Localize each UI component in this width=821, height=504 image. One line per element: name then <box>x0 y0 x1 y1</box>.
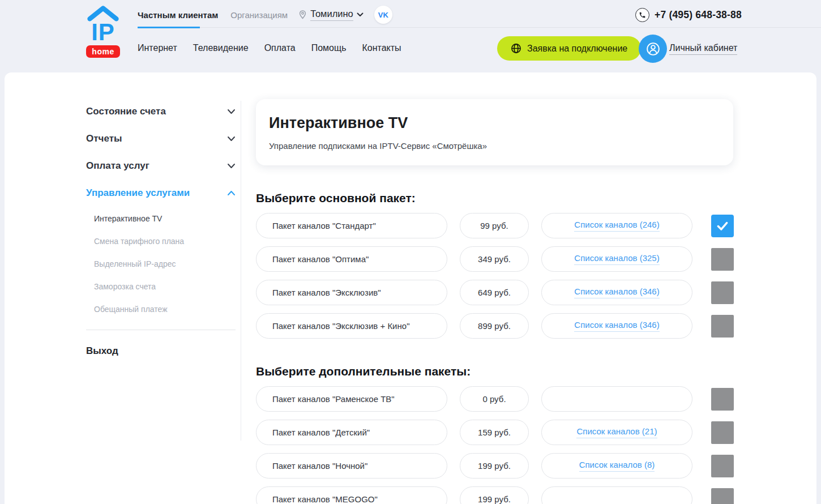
package-price: 649 руб. <box>478 288 511 297</box>
package-checkbox[interactable] <box>711 488 734 504</box>
sidebar-subitem-tariff-change[interactable]: Смена тарифного плана <box>86 237 236 247</box>
chevron-down-icon <box>227 136 236 142</box>
channel-list-box[interactable]: Список каналов (346) <box>541 313 692 339</box>
channel-list-link[interactable]: Список каналов (346) <box>574 287 659 298</box>
package-checkbox[interactable] <box>711 215 734 237</box>
package-checkbox[interactable] <box>711 281 734 304</box>
channel-list-box <box>541 486 692 504</box>
city-name[interactable]: Томилино <box>310 8 353 21</box>
sidebar-subitem-account-freeze[interactable]: Заморозка счета <box>86 282 236 292</box>
chevron-down-icon <box>227 163 236 169</box>
chevron-down-icon <box>357 12 364 17</box>
package-name-box: Пакет каналов "Эксклюзив + Кино" <box>256 313 447 339</box>
personal-account-link[interactable]: Личный кабинет <box>669 43 737 55</box>
phone-icon <box>635 8 649 22</box>
sidebar-item-account-state[interactable]: Состояние счета <box>86 105 236 118</box>
sidebar-item-label: Оплата услуг <box>86 160 149 172</box>
package-row-exclusive: Пакет каналов "Эксклюзив" 649 руб. Списо… <box>256 280 734 305</box>
main-package-heading: Выберите основной пакет: <box>256 191 734 206</box>
vk-icon[interactable]: VK <box>374 6 392 24</box>
package-name: Пакет каналов "MEGOGO" <box>272 494 378 504</box>
package-checkbox[interactable] <box>711 421 734 444</box>
connection-request-button[interactable]: Заявка на подключение <box>497 36 641 61</box>
account-avatar-icon[interactable] <box>639 35 667 63</box>
logo-home-badge: home <box>86 45 120 58</box>
package-checkbox[interactable] <box>711 315 734 338</box>
package-price-box: 159 руб. <box>460 420 529 445</box>
sidebar-vertical-divider <box>241 101 241 441</box>
channel-list-box[interactable]: Список каналов (21) <box>541 420 692 445</box>
package-row-ramenskoe-tv: Пакет каналов "Раменское ТВ" 0 руб. <box>256 386 734 412</box>
nav-contacts[interactable]: Контакты <box>362 43 401 53</box>
sidebar-item-label: Состояние счета <box>86 106 166 117</box>
phone-number[interactable]: +7 (495) 648-38-88 <box>655 9 742 21</box>
active-tab-indicator <box>138 27 200 28</box>
package-name: Пакет каналов "Стандарт" <box>272 221 376 230</box>
package-price: 0 руб. <box>482 394 506 404</box>
phone-block: +7 (495) 648-38-88 <box>635 8 742 22</box>
sidebar-subitem-dedicated-ip[interactable]: Выделенный IP-адрес <box>86 259 236 270</box>
nav-internet[interactable]: Интернет <box>138 43 177 53</box>
sidebar-subitem-promised-payment[interactable]: Обещанный платеж <box>86 305 236 315</box>
package-name: Пакет каналов "Ночной" <box>272 461 367 471</box>
package-name-box: Пакет каналов "Ночной" <box>256 453 447 479</box>
package-row-standart: Пакет каналов "Стандарт" 99 руб. Список … <box>256 213 734 238</box>
package-row-megogo: Пакет каналов "MEGOGO" 199 руб. <box>256 486 734 504</box>
page-header-card: Интерактивное TV Управление подписками н… <box>256 99 733 165</box>
package-price: 99 руб. <box>480 221 508 230</box>
connect-button-label: Заявка на подключение <box>527 44 627 54</box>
package-row-nochnoy: Пакет каналов "Ночной" 199 руб. Список к… <box>256 453 734 479</box>
nav-television[interactable]: Телевидение <box>193 43 249 53</box>
sidebar-item-service-management[interactable]: Управление услугами <box>86 187 236 199</box>
package-row-optima: Пакет каналов "Оптима" 349 руб. Список к… <box>256 246 734 272</box>
chevron-up-icon <box>227 190 236 196</box>
package-checkbox[interactable] <box>711 388 734 411</box>
package-row-detskiy: Пакет каналов "Детский" 159 руб. Список … <box>256 420 734 445</box>
sidebar-item-payment-services[interactable]: Оплата услуг <box>86 160 236 172</box>
package-price-box: 199 руб. <box>460 486 529 504</box>
city-selector[interactable]: Томилино <box>298 8 364 21</box>
package-price: 899 руб. <box>478 321 511 331</box>
package-price: 349 руб. <box>478 254 511 264</box>
channel-list-box[interactable]: Список каналов (325) <box>541 246 692 272</box>
main-navigation: Интернет Телевидение Оплата Помощь Конта… <box>138 43 401 53</box>
package-name: Пакет каналов "Раменское ТВ" <box>272 394 395 404</box>
check-icon <box>715 219 730 233</box>
channel-list-link[interactable]: Список каналов (246) <box>574 220 659 232</box>
package-price: 159 руб. <box>478 428 511 437</box>
sidebar-item-label: Отчеты <box>86 133 122 144</box>
package-name-box: Пакет каналов "Раменское ТВ" <box>256 386 447 412</box>
tab-organizations[interactable]: Организациям <box>230 10 288 20</box>
channel-list-link[interactable]: Список каналов (8) <box>579 460 655 472</box>
additional-packages-heading: Выберите дополнительные пакеты: <box>256 364 734 379</box>
package-price-box: 899 руб. <box>460 313 529 339</box>
sidebar-item-reports[interactable]: Отчеты <box>86 133 236 145</box>
package-price-box: 199 руб. <box>460 453 529 479</box>
package-price: 199 руб. <box>478 494 511 504</box>
package-name-box: Пакет каналов "MEGOGO" <box>256 486 447 504</box>
nav-help[interactable]: Помощь <box>311 43 347 53</box>
audience-tab-bar: Частным клиентам Организациям Томилино V… <box>138 7 392 22</box>
tab-private-clients[interactable]: Частным клиентам <box>138 10 218 20</box>
channel-list-link[interactable]: Список каналов (325) <box>574 253 659 265</box>
channel-list-link[interactable]: Список каналов (346) <box>574 320 659 332</box>
package-checkbox[interactable] <box>711 248 734 271</box>
chevron-down-icon <box>227 109 236 114</box>
channel-list-link[interactable]: Список каналов (21) <box>576 426 657 438</box>
sidebar: Состояние счета Отчеты Оплата услуг Упра… <box>86 105 236 357</box>
package-checkbox[interactable] <box>711 455 734 477</box>
package-price: 199 руб. <box>478 461 511 471</box>
ip-home-logo[interactable]: IP home <box>85 5 121 58</box>
location-pin-icon <box>298 10 307 20</box>
channel-list-box[interactable]: Список каналов (8) <box>541 453 692 479</box>
package-name-box: Пакет каналов "Стандарт" <box>256 213 447 238</box>
package-name-box: Пакет каналов "Детский" <box>256 420 447 445</box>
channel-list-box[interactable]: Список каналов (346) <box>541 280 692 305</box>
nav-payment[interactable]: Оплата <box>264 43 296 53</box>
package-name: Пакет каналов "Оптима" <box>272 254 369 264</box>
package-price-box: 349 руб. <box>460 246 529 272</box>
logout-link[interactable]: Выход <box>86 345 236 357</box>
package-name-box: Пакет каналов "Оптима" <box>256 246 447 272</box>
sidebar-subitem-interactive-tv[interactable]: Интерактивное TV <box>86 214 236 224</box>
channel-list-box[interactable]: Список каналов (246) <box>541 213 692 238</box>
